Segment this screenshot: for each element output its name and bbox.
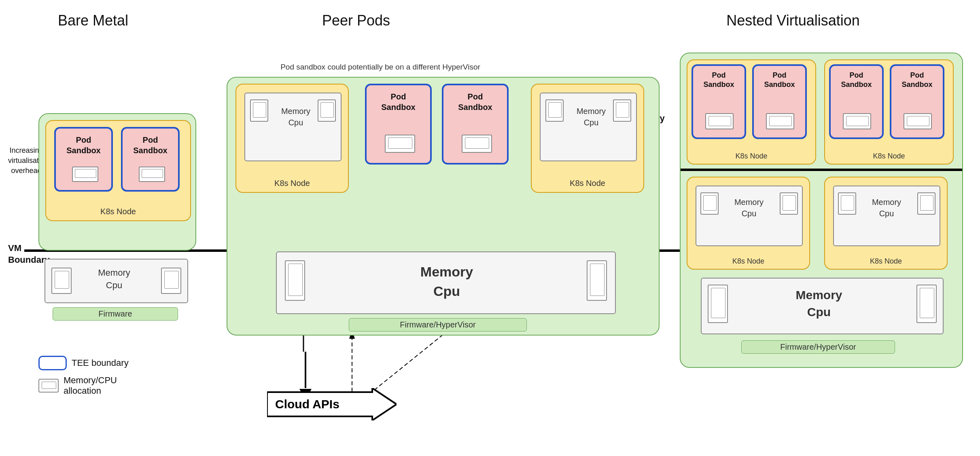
nested-vm-boundary-line — [681, 169, 962, 171]
nested-k8s-node-bottom-right-label: K8s Node — [825, 257, 947, 266]
nested-bottom-left-alloc-r — [780, 192, 798, 215]
nested-bottom-left-memory-cpu: Memory Cpu — [696, 186, 803, 246]
nested-pod-sandbox-2: PodSandbox — [752, 64, 807, 139]
pod-sandbox-1-label: PodSandbox — [56, 135, 111, 156]
peer-pods-note: Pod sandbox could potentially be on a di… — [263, 63, 498, 72]
peer-pods-pod-sandbox-2: PodSandbox — [442, 84, 509, 165]
nested-bottom-right-memory-cpu: Memory Cpu — [833, 186, 940, 246]
peer-pods-pod-sandbox-2-alloc — [462, 135, 492, 153]
nested-bottom-right-alloc-l — [838, 192, 856, 215]
nested-k8s-node-top-left: PodSandbox PodSandbox K8s Node — [687, 59, 816, 165]
peer-pods-main-alloc-l — [285, 260, 305, 301]
peer-pods-k8s-node-right-label: K8s Node — [532, 179, 643, 188]
peer-pods-right-memory-cpu-box: Memory Cpu — [540, 93, 637, 161]
nested-pod-sandbox-2-label: PodSandbox — [754, 71, 805, 90]
peer-pods-k8s-node-right: Memory Cpu K8s Node — [531, 84, 644, 193]
diagram: Bare Metal Peer Pods Nested Virtualisati… — [0, 0, 980, 456]
pod-sandbox-2-alloc — [139, 167, 165, 182]
bare-metal-firmware: Firmware — [53, 307, 178, 321]
peer-pods-left-memory-label: Memory Cpu — [272, 106, 320, 128]
peer-pods-green-container: Memory Cpu K8s Node PodSandbox PodSandbo… — [227, 77, 660, 336]
peer-pods-main-memory-label: Memory Cpu — [358, 262, 536, 301]
peer-pods-pod-sandbox-1-label: PodSandbox — [367, 91, 430, 112]
peer-pods-pod-sandbox-1: PodSandbox — [365, 84, 432, 165]
legend-alloc-box — [38, 379, 59, 393]
legend-alloc-label: Memory/CPU allocation — [64, 375, 117, 396]
nested-pod-sandbox-4-label: PodSandbox — [891, 71, 943, 90]
nested-main-alloc-l — [708, 285, 728, 323]
nested-pod-sandbox-1-label: PodSandbox — [693, 71, 745, 90]
nested-firmware-label: Firmware/HyperVisor — [741, 340, 895, 354]
title-peer-pods: Peer Pods — [275, 12, 437, 29]
legend-container: TEE boundary Memory/CPU allocation — [38, 356, 129, 396]
nested-main-alloc-r — [916, 285, 937, 323]
nested-pod-sandbox-3-alloc — [843, 113, 871, 129]
nested-main-memory-cpu: Memory Cpu — [701, 278, 944, 334]
nested-bottom-left-alloc-l — [700, 192, 719, 215]
peer-pods-right-memory-label: Memory Cpu — [567, 106, 615, 128]
pod-sandbox-1-alloc — [72, 167, 98, 182]
peer-pods-left-alloc-l — [250, 99, 268, 122]
nested-k8s-node-bottom-right: Memory Cpu K8s Node — [824, 177, 948, 270]
legend-alloc-row: Memory/CPU allocation — [38, 375, 129, 396]
bare-metal-pod-sandbox-2: PodSandbox — [121, 127, 180, 192]
peer-pods-right-alloc-r — [613, 99, 631, 122]
title-nested-virtualisation: Nested Virtualisation — [668, 12, 918, 29]
cloud-apis-svg: Cloud APIs — [267, 388, 397, 420]
bare-metal-memory-cpu: Memory Cpu — [45, 259, 188, 303]
peer-pods-right-alloc-l — [545, 99, 564, 122]
nested-k8s-node-bottom-left: Memory Cpu K8s Node — [687, 177, 810, 270]
nested-main-memory-label: Memory Cpu — [762, 287, 876, 321]
nested-k8s-node-top-right: PodSandbox PodSandbox K8s Node — [824, 59, 954, 165]
nested-virt-green-container: PodSandbox PodSandbox K8s Node PodSandbo… — [680, 53, 963, 368]
nested-pod-sandbox-3-label: PodSandbox — [831, 71, 882, 90]
nested-pod-sandbox-3: PodSandbox — [829, 64, 884, 139]
cloud-apis-shape: Cloud APIs — [267, 388, 397, 420]
bare-metal-memory-cpu-label: Memory Cpu — [74, 267, 155, 292]
nested-pod-sandbox-1: PodSandbox — [692, 64, 746, 139]
svg-text:Cloud APIs: Cloud APIs — [275, 397, 339, 411]
nested-bottom-right-mem-label: Memory Cpu — [860, 196, 913, 219]
nested-bottom-right-alloc-r — [917, 192, 935, 215]
legend-tee-label: TEE boundary — [72, 358, 129, 368]
title-bare-metal: Bare Metal — [32, 12, 154, 29]
nested-k8s-node-top-left-label: K8s Node — [687, 152, 815, 160]
nested-pod-sandbox-4-alloc — [904, 113, 932, 129]
peer-pods-k8s-node-left: Memory Cpu K8s Node — [235, 84, 349, 193]
legend-alloc-inner — [42, 382, 56, 389]
bare-metal-k8s-node-label: K8s Node — [46, 207, 190, 216]
peer-pods-left-alloc-r — [318, 99, 336, 122]
bare-metal-alloc-left — [51, 268, 72, 294]
bare-metal-pod-sandbox-1: PodSandbox — [54, 127, 113, 192]
peer-pods-left-memory-cpu-box: Memory Cpu — [244, 93, 342, 161]
nested-pod-sandbox-1-alloc — [705, 113, 734, 129]
bare-metal-k8s-node: PodSandbox PodSandbox K8s Node — [45, 120, 191, 221]
legend-tee-box — [38, 356, 67, 370]
peer-pods-main-alloc-r — [587, 260, 607, 301]
pod-sandbox-2-label: PodSandbox — [123, 135, 178, 156]
bare-metal-alloc-right — [161, 268, 181, 294]
nested-pod-sandbox-4: PodSandbox — [890, 64, 944, 139]
peer-pods-pod-sandbox-2-label: PodSandbox — [443, 91, 507, 112]
peer-pods-firmware-label: Firmware/HyperVisor — [349, 318, 527, 331]
peer-pods-main-memory-cpu: Memory Cpu — [276, 251, 616, 314]
peer-pods-pod-sandbox-1-alloc — [385, 135, 415, 153]
peer-pods-k8s-node-left-label: K8s Node — [236, 179, 348, 188]
nested-k8s-node-top-right-label: K8s Node — [825, 152, 953, 160]
nested-pod-sandbox-2-alloc — [766, 113, 794, 129]
nested-bottom-left-mem-label: Memory Cpu — [723, 196, 775, 219]
legend-tee-row: TEE boundary — [38, 356, 129, 370]
nested-k8s-node-bottom-left-label: K8s Node — [687, 257, 809, 266]
bare-metal-green-container: PodSandbox PodSandbox K8s Node — [38, 113, 196, 251]
